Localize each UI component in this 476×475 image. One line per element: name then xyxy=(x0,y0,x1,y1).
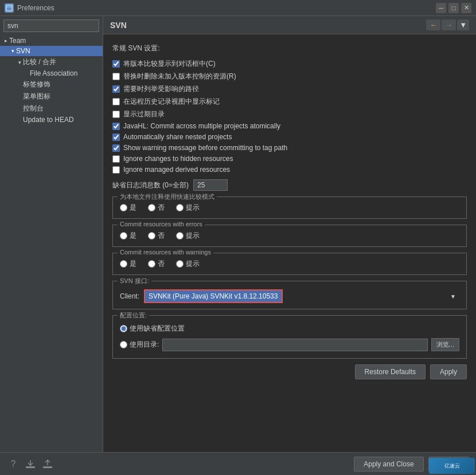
local-compare-options: 是 否 提示 xyxy=(120,203,459,213)
checkbox-label-6: JavaHL: Commit across multiple projects … xyxy=(123,122,280,130)
browse-button[interactable]: 浏览... xyxy=(431,338,459,351)
sidebar-item-compare-merge[interactable]: ▾ 比较 / 合并 xyxy=(0,56,103,68)
commit-warnings-radio-yes[interactable] xyxy=(120,260,127,268)
nav-back-button[interactable]: ← xyxy=(426,19,440,30)
svn-interface-legend: SVN 接口: xyxy=(118,277,151,285)
section-title: 常规 SVN 设置: xyxy=(112,44,467,53)
nav-dropdown-button[interactable]: ▼ xyxy=(457,19,469,30)
checkbox-3[interactable] xyxy=(112,85,120,93)
import-icon[interactable] xyxy=(24,458,37,470)
sidebar-item-menu-icon[interactable]: 菜单图标 xyxy=(0,91,103,103)
commit-errors-legend: Commit resources with errors xyxy=(118,221,205,227)
checkbox-label-3: 需要时列举受影响的路径 xyxy=(123,84,199,94)
commit-errors-radio-no[interactable] xyxy=(148,232,155,240)
config-dir-option[interactable]: 使用目录: xyxy=(120,340,159,350)
log-count-row: 缺省日志消息数 (0=全部) xyxy=(112,179,467,191)
config-dir-radio[interactable] xyxy=(120,341,127,348)
checkbox-8[interactable] xyxy=(112,144,120,152)
local-compare-radio-yes[interactable] xyxy=(120,204,127,211)
commit-warnings-no[interactable]: 否 xyxy=(148,259,165,269)
client-select[interactable]: SVNKit (Pure Java) SVNKit v1.8.12.10533 … xyxy=(144,289,283,303)
config-location-group: 配置位置: 使用缺省配置位置 使用目录: 浏览... xyxy=(112,315,467,359)
search-input[interactable] xyxy=(3,19,99,32)
log-count-input[interactable] xyxy=(193,179,228,191)
apply-and-close-button[interactable]: Apply and Close xyxy=(354,457,423,472)
commit-warnings-radio-prompt[interactable] xyxy=(176,260,184,268)
search-box xyxy=(0,16,103,36)
checkbox-10[interactable] xyxy=(112,166,120,174)
checkbox-row-3: 需要时列举受影响的路径 xyxy=(112,84,467,94)
commit-warnings-options: 是 否 提示 xyxy=(120,259,459,269)
config-default-option[interactable]: 使用缺省配置位置 xyxy=(120,324,185,333)
checkbox-label-4: 在远程历史记录视图中显示标记 xyxy=(123,97,220,107)
tree-arrow-console xyxy=(16,105,23,112)
checkbox-9[interactable] xyxy=(112,155,120,163)
sidebar-item-team[interactable]: ▸ Team xyxy=(0,36,103,46)
commit-errors-group: Commit resources with errors 是 否 提示 xyxy=(112,225,467,247)
content-body: 常规 SVN 设置: 将版本比较显示到对话框中(C) 替换时删除未加入版本控制的… xyxy=(103,34,476,391)
sidebar-item-file-assoc[interactable]: File Association xyxy=(0,68,103,78)
checkbox-label-1: 将版本比较显示到对话框中(C) xyxy=(123,59,216,69)
checkbox-2[interactable] xyxy=(112,73,120,80)
export-icon[interactable] xyxy=(41,458,54,470)
client-label: Client: xyxy=(120,292,139,300)
config-default-radio[interactable] xyxy=(120,325,127,332)
title-bar: Preferences ─ □ ✕ xyxy=(0,0,476,16)
local-compare-yes[interactable]: 是 xyxy=(120,203,136,213)
local-compare-prompt[interactable]: 提示 xyxy=(176,203,200,213)
config-dir-label: 使用目录: xyxy=(130,340,159,350)
nav-forward-button[interactable]: → xyxy=(442,19,456,30)
commit-errors-radio-prompt[interactable] xyxy=(176,232,184,240)
commit-errors-radio-yes[interactable] xyxy=(120,232,127,240)
client-select-wrapper: SVNKit (Pure Java) SVNKit v1.8.12.10533 … xyxy=(144,289,459,303)
sidebar: ▸ Team ▾ SVN ▾ 比较 / 合并 File Association … xyxy=(0,16,103,452)
maximize-button[interactable]: □ xyxy=(448,3,459,13)
tree-arrow-update xyxy=(16,116,23,123)
config-default-label: 使用缺省配置位置 xyxy=(130,324,185,333)
commit-errors-prompt[interactable]: 提示 xyxy=(176,231,200,241)
commit-warnings-radio-no[interactable] xyxy=(148,260,155,268)
content-area: SVN ← → ▼ 常规 SVN 设置: 将版本比较显示到对话框中(C) 替换时… xyxy=(103,16,476,452)
commit-errors-yes[interactable]: 是 xyxy=(120,231,136,241)
minimize-button[interactable]: ─ xyxy=(436,3,446,13)
window-controls: ─ □ ✕ xyxy=(436,3,471,13)
bottom-bar: ? Apply and Close Cancel 亿速云 xyxy=(0,452,476,475)
checkbox-4[interactable] xyxy=(112,98,120,105)
client-row: Client: SVNKit (Pure Java) SVNKit v1.8.1… xyxy=(120,289,459,303)
help-icon[interactable]: ? xyxy=(7,458,19,470)
local-compare-radio-no[interactable] xyxy=(148,204,155,211)
checkbox-row-2: 替换时删除未加入版本控制的资源(R) xyxy=(112,72,467,81)
commit-warnings-legend: Commit resources with warnings xyxy=(118,249,213,256)
sidebar-item-tag-edit[interactable]: 标签修饰 xyxy=(0,78,103,91)
checkbox-7[interactable] xyxy=(112,134,120,141)
local-compare-legend: 为本地文件注释使用快速比较模式 xyxy=(118,193,217,201)
checkbox-label-8: Show warning message before committing t… xyxy=(123,144,287,152)
checkbox-5[interactable] xyxy=(112,111,120,118)
sidebar-item-console[interactable]: 控制台 xyxy=(0,103,103,115)
apply-button-inner[interactable]: Apply xyxy=(430,364,467,379)
sidebar-item-svn[interactable]: ▾ SVN xyxy=(0,46,103,56)
sidebar-item-update-to-head[interactable]: Update to HEAD xyxy=(0,115,103,125)
content-title: SVN xyxy=(110,21,426,30)
config-legend: 配置位置: xyxy=(118,311,149,320)
local-compare-no[interactable]: 否 xyxy=(148,203,165,213)
config-dir-input[interactable] xyxy=(162,339,427,351)
sidebar-label-compare: 比较 / 合并 xyxy=(23,57,56,67)
tree-arrow-team: ▸ xyxy=(2,37,9,44)
checkbox-6[interactable] xyxy=(112,123,120,130)
sidebar-label-console: 控制台 xyxy=(23,104,44,113)
checkbox-1[interactable] xyxy=(112,60,120,68)
checkbox-row-1: 将版本比较显示到对话框中(C) xyxy=(112,59,467,69)
commit-warnings-yes[interactable]: 是 xyxy=(120,259,136,269)
commit-errors-no[interactable]: 否 xyxy=(148,231,165,241)
commit-warnings-prompt[interactable]: 提示 xyxy=(176,259,200,269)
commit-warnings-group: Commit resources with warnings 是 否 提示 xyxy=(112,253,467,275)
restore-defaults-button[interactable]: Restore Defaults xyxy=(355,364,426,379)
local-compare-radio-prompt[interactable] xyxy=(176,204,184,211)
main-container: ▸ Team ▾ SVN ▾ 比较 / 合并 File Association … xyxy=(0,16,476,452)
config-dir-row: 使用目录: 浏览... xyxy=(120,338,459,351)
close-button[interactable]: ✕ xyxy=(461,3,471,13)
bottom-left: ? xyxy=(7,458,54,470)
checkbox-row-7: Automatically share nested projects xyxy=(112,133,467,141)
window-title: Preferences xyxy=(17,4,436,12)
